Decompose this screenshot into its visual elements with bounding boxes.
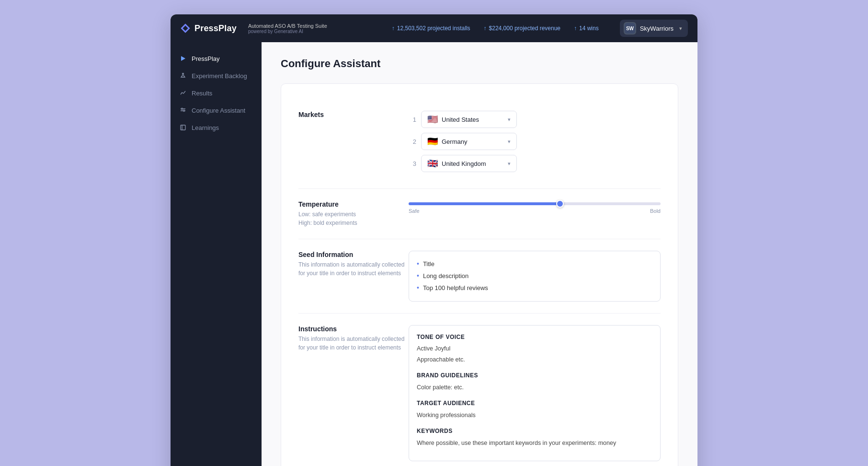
header-stats: ↑ 12,503,502 projected installs ↑ $224,0…: [392, 20, 688, 37]
stat-installs: ↑ 12,503,502 projected installs: [392, 25, 470, 32]
market-num-2: 2: [409, 138, 416, 145]
sidebar-label-results: Results: [192, 90, 212, 97]
slider-label-safe: Safe: [409, 208, 420, 214]
seed-item-reviews-text: Top 100 helpful reviews: [423, 282, 488, 293]
sidebar-item-configure-assistant[interactable]: Configure Assistant: [171, 102, 262, 119]
slider-track: [409, 202, 661, 205]
market-chevron-2: ▾: [508, 139, 511, 145]
temperature-desc-high: High: bold experiments: [298, 219, 409, 227]
instructions-desc: This information is automatically collec…: [298, 335, 409, 352]
markets-row: Markets 1 🇺🇸 United States ▾: [298, 99, 661, 189]
flag-us: 🇺🇸: [427, 115, 438, 124]
account-menu[interactable]: SW SkyWarriors ▾: [620, 20, 688, 37]
temperature-control: Safe Bold: [409, 200, 661, 214]
instructions-brand-body: Color palette: etc.: [417, 382, 652, 393]
slider-labels: Safe Bold: [409, 208, 661, 214]
revenue-arrow-icon: ↑: [484, 25, 487, 32]
installs-value: 12,503,502 projected installs: [397, 25, 470, 32]
logo-text: PressPlay: [194, 23, 237, 34]
market-chevron-3: ▾: [508, 161, 511, 167]
wins-value: 14 wins: [579, 25, 599, 32]
slider-label-bold: Bold: [650, 208, 661, 214]
market-select-2[interactable]: 🇩🇪 Germany ▾: [421, 133, 517, 150]
instructions-brand-section: BRAND GUIDELINES Color palette: etc.: [417, 371, 652, 393]
header-subtitle: Automated ASO A/B Testing Suite powered …: [248, 23, 327, 34]
wins-arrow-icon: ↑: [574, 25, 577, 32]
slider-thumb[interactable]: [556, 200, 564, 208]
slider-fill: [409, 202, 560, 205]
avatar: SW: [624, 22, 636, 35]
market-num-1: 1: [409, 116, 416, 123]
markets-controls: 1 🇺🇸 United States ▾ 2: [409, 111, 661, 177]
flag-de: 🇩🇪: [427, 137, 438, 146]
instructions-tone-body: Active JoyfulApproachable etc.: [417, 343, 652, 365]
flask-icon: [179, 72, 187, 80]
seed-info-desc: This information is automatically collec…: [298, 260, 409, 278]
app-header: PressPlay Automated ASO A/B Testing Suit…: [171, 14, 697, 42]
sidebar-item-learnings[interactable]: Learnings: [171, 119, 262, 136]
instructions-row: Instructions This information is automat…: [298, 314, 661, 466]
svg-text:SW: SW: [626, 26, 634, 31]
chevron-down-icon: ▾: [679, 25, 682, 32]
account-name: SkyWarriors: [640, 25, 674, 32]
stat-wins: ↑ 14 wins: [574, 25, 599, 32]
instructions-label: Instructions: [298, 325, 409, 333]
markets-label: Markets: [298, 111, 409, 118]
sidebar-label-experiment-backlog: Experiment Backlog: [192, 72, 247, 80]
temperature-row: Temperature Low: safe experiments High: …: [298, 189, 661, 239]
market-num-3: 3: [409, 160, 416, 167]
book-icon: [179, 124, 187, 131]
instructions-box[interactable]: TONE OF VOICE Active JoyfulApproachable …: [409, 325, 661, 462]
instructions-audience-title: TARGET AUDIENCE: [417, 398, 652, 409]
market-select-1[interactable]: 🇺🇸 United States ▾: [421, 111, 517, 128]
installs-arrow-icon: ↑: [392, 25, 395, 32]
instructions-keywords-body: Where possible, use these important keyw…: [417, 438, 652, 449]
sidebar-bottom: Account Settings: [171, 462, 262, 466]
avatar-icon: SW: [625, 23, 635, 34]
sidebar-item-pressplay[interactable]: PressPlay: [171, 50, 262, 67]
sidebar-item-results[interactable]: Results: [171, 84, 262, 102]
seed-info-control: • Title • Long description • Top 100 hel…: [409, 251, 661, 302]
logo: PressPlay: [180, 23, 237, 34]
instructions-control: TONE OF VOICE Active JoyfulApproachable …: [409, 325, 661, 462]
market-chevron-1: ▾: [508, 116, 511, 123]
temperature-label: Temperature: [298, 200, 409, 208]
market-row-2: 2 🇩🇪 Germany ▾: [409, 133, 661, 150]
play-icon: [179, 55, 187, 62]
header-subtitle-main: Automated ASO A/B Testing Suite: [248, 23, 327, 29]
market-name-2: Germany: [442, 138, 467, 145]
revenue-value: $224,000 projected revenue: [489, 25, 560, 32]
seed-item-description-text: Long description: [423, 270, 468, 281]
instructions-brand-title: BRAND GUIDELINES: [417, 371, 652, 381]
sliders-icon: [179, 106, 187, 114]
sidebar-label-pressplay: PressPlay: [192, 55, 220, 62]
market-select-3[interactable]: 🇬🇧 United Kingdom ▾: [421, 155, 517, 172]
seed-item-title: • Title: [417, 258, 652, 270]
instructions-keywords-title: KEYWORDS: [417, 426, 652, 437]
seed-info-box[interactable]: • Title • Long description • Top 100 hel…: [409, 251, 661, 302]
instructions-tone-section: TONE OF VOICE Active JoyfulApproachable …: [417, 332, 652, 365]
market-name-1: United States: [442, 116, 479, 123]
seed-item-description: • Long description: [417, 270, 652, 282]
svg-rect-9: [181, 125, 185, 130]
instructions-audience-section: TARGET AUDIENCE Working professionals: [417, 398, 652, 420]
svg-point-8: [183, 110, 185, 112]
instructions-audience-body: Working professionals: [417, 410, 652, 421]
config-card: Markets 1 🇺🇸 United States ▾: [281, 83, 678, 466]
main-content: Configure Assistant Markets 1: [262, 42, 697, 466]
market-row-1: 1 🇺🇸 United States ▾: [409, 111, 661, 128]
sidebar-label-learnings: Learnings: [192, 124, 219, 131]
seed-item-reviews: • Top 100 helpful reviews: [417, 282, 652, 294]
market-row-3: 3 🇬🇧 United Kingdom ▾: [409, 155, 661, 172]
sidebar-item-experiment-backlog[interactable]: Experiment Backlog: [171, 67, 262, 84]
temperature-desc-low: Low: safe experiments: [298, 210, 409, 219]
sidebar-item-account[interactable]: Account: [171, 462, 262, 466]
sidebar: PressPlay Experiment Backlog: [171, 42, 262, 466]
seed-item-title-text: Title: [423, 258, 434, 269]
instructions-tone-title: TONE OF VOICE: [417, 332, 652, 343]
svg-marker-4: [181, 56, 185, 61]
svg-point-7: [182, 108, 183, 110]
seed-info-label: Seed Information: [298, 251, 409, 258]
flag-gb: 🇬🇧: [427, 159, 438, 168]
page-title: Configure Assistant: [281, 58, 678, 70]
